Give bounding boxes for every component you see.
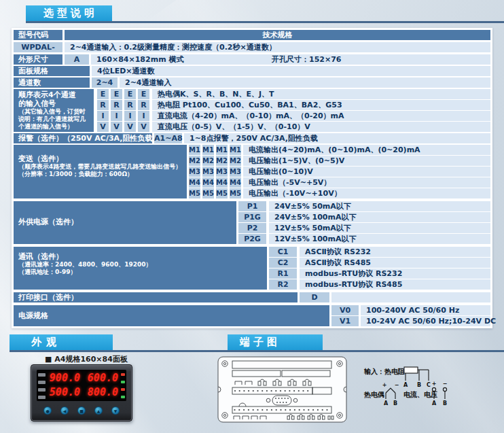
dimension-size: 160×84×182mm 横式 <box>96 55 183 64</box>
ext-power-desc: 24V±5% 100mA以下 <box>269 212 490 222</box>
rtd-input-label: 输入：热电阻 <box>363 368 405 375</box>
up-button[interactable]: ▲ <box>94 406 103 415</box>
led-value-ch4: 800.0 <box>83 386 118 398</box>
tab-terminal-label: 端子图 <box>240 336 281 348</box>
ext-power-title: 外供电源（选件） <box>18 218 236 226</box>
code-cell: P2 <box>238 223 266 233</box>
code-cell: E <box>124 89 136 99</box>
led-screen: 900.0 600.0 500.0 800.0 <box>37 370 126 401</box>
input-signal-note1: （其它输入信号，订货时 <box>18 108 94 116</box>
channel-badge <box>38 396 46 399</box>
code-cell: M4 <box>189 177 200 188</box>
dimension-code-cell: A <box>65 54 89 65</box>
tech-spec-header: 技术规格 <box>65 30 490 40</box>
tab-appearance-label: 外观 <box>31 336 61 348</box>
comm-desc: modbus-RTU协议 RS232 <box>300 269 490 279</box>
code-cell: I <box>124 111 136 121</box>
transmit-desc: 电压输出(0~10)V <box>243 167 490 177</box>
transmit-desc: 电流输出(4~20)mA、(0~10)mA、(0~20)mA <box>243 145 490 155</box>
alarm-code-cell: A1~A8 <box>154 133 182 143</box>
comm-note1: （通讯速率：2400、4800、9600、19200） <box>18 261 267 269</box>
input-signal-label: 顺序表示4个通道 的输入信号 （其它输入信号，订货时 说明：有几个通道就写几 个… <box>14 89 94 132</box>
power-desc: 10-24V AC 50/60 Hz;10-24V DC <box>361 316 490 326</box>
code-cell: V0 <box>331 305 359 315</box>
divider-bottom <box>10 350 504 352</box>
led-value-ch1: 900.0 <box>45 372 80 384</box>
print-label: 打印接口（选件） <box>14 292 298 302</box>
terminal-letter: A <box>432 400 437 406</box>
input-signal-desc: 直流电流（4-20）mA、（0-10）mA、（0-20）mA <box>152 111 490 121</box>
status-indicator <box>121 381 125 383</box>
code-cell: M3 <box>230 167 241 177</box>
code-cell: M4 <box>202 177 214 188</box>
channels-code-cell: 2~4 <box>92 77 118 88</box>
channels-desc: 2~4通道输入 <box>120 77 490 88</box>
shift-left-button[interactable]: ◀ <box>60 406 69 415</box>
code-cell: M1 <box>189 145 200 155</box>
code-cell: M4 <box>230 177 241 188</box>
code-cell: C1 <box>269 247 297 257</box>
code-cell: P1 <box>238 201 266 211</box>
input-signal-desc: 热电偶K、S、R、B、N、E、J、T <box>152 89 490 99</box>
code-cell: P2G <box>238 234 266 244</box>
down-button[interactable]: ▼ <box>111 406 120 415</box>
code-cell: M4 <box>216 177 228 188</box>
input-signal-note2: 说明：有几个通道就写几 <box>18 116 94 123</box>
power-spec-label: 电源规格 <box>14 305 329 326</box>
rtd-resistor-symbol <box>404 367 418 373</box>
terminal-letter: B <box>393 400 397 406</box>
code-cell: M3 <box>202 167 214 177</box>
transmit-desc: 电压输出（-5V~+5V） <box>243 177 490 188</box>
page: 选型说明 型号代码 技术规格 WPDAL- 2~4通道输入：0.2级测量精度：测… <box>0 0 504 433</box>
status-indicator <box>121 396 125 398</box>
alarm-indicator <box>121 373 125 376</box>
input-signal-desc: 直流电压（0-5）V、（1-5）V、（0-10）V <box>152 122 490 132</box>
tab-selection-guide: 选型说明 <box>26 5 112 21</box>
alarm-label: 报警（选件）（250V AC/3A,阻性负载） <box>14 133 152 143</box>
channel-badge <box>38 373 46 377</box>
code-cell: E <box>138 89 149 99</box>
tab-terminal: 端子图 <box>228 334 323 350</box>
esc-button[interactable]: ■ <box>77 406 86 415</box>
ext-power-desc: 12V±5% 50mA以下 <box>269 223 490 233</box>
led-value-ch3: 500.0 <box>45 386 80 398</box>
code-cell: V <box>111 122 122 132</box>
set-button[interactable]: ● <box>43 406 52 415</box>
transmit-title: 变送（选件） <box>18 154 187 163</box>
transmit-note2: （分辨率：1/3000；负载能力：600Ω） <box>18 171 187 178</box>
code-cell: V1 <box>331 316 359 326</box>
alarm-desc: 1~8点报警，250V AC/3A,阻性负载 <box>184 133 490 143</box>
code-cell: M5 <box>189 188 200 198</box>
thermocouple-label: 热电偶 <box>363 391 384 398</box>
polarity-plus: + <box>382 382 387 388</box>
code-cell: R <box>138 100 149 110</box>
code-cell: I <box>111 111 122 121</box>
dimension-cutout: 开孔尺寸：152×76 <box>272 54 342 65</box>
transmit-desc: 电压输出(1~5)V、(0~5)V <box>243 156 490 166</box>
code-cell: M2 <box>216 156 228 166</box>
tab-selection-label: 选型说明 <box>43 7 98 19</box>
thermocouple-symbol <box>386 388 395 393</box>
polarity-plus: + <box>432 381 437 387</box>
code-cell: M3 <box>189 167 200 177</box>
code-cell: M2 <box>202 156 214 166</box>
polarity-minus: − <box>443 381 448 387</box>
print-desc <box>331 292 490 302</box>
terminal-diagram <box>216 353 348 425</box>
model-desc: 2~4通道输入：0.2级测量精度：测控速度（0.2秒×通道数） <box>65 42 490 52</box>
code-cell: V <box>124 122 136 132</box>
model-code-cell: WPDAL- <box>14 42 62 52</box>
terminal-letter: A <box>403 382 408 388</box>
code-cell: M5 <box>202 188 214 198</box>
transmit-note1: （顺序表示4路变送，需要几路变送就写几路变送输出信号） <box>18 163 187 171</box>
code-cell: R2 <box>269 279 297 290</box>
ext-power-label: 外供电源（选件） <box>14 201 236 244</box>
code-cell: R1 <box>269 269 297 279</box>
channel-badge <box>38 381 46 384</box>
code-cell: I <box>138 111 149 121</box>
code-cell: I <box>97 111 109 121</box>
code-cell: M2 <box>230 156 241 166</box>
code-cell: E <box>97 89 109 99</box>
alarm-indicator <box>121 388 125 391</box>
terminal-letter: C <box>427 382 431 388</box>
